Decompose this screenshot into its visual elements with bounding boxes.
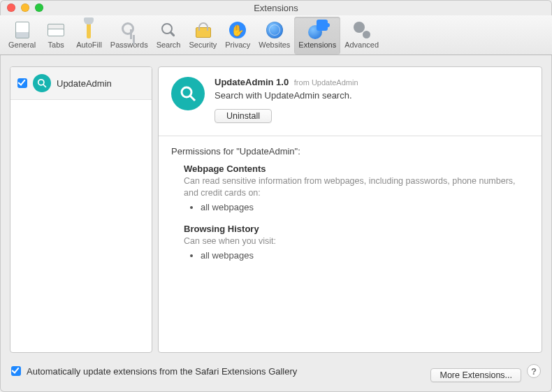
permission-item: all webpages [201, 250, 526, 261]
hand-icon: ✋ [229, 22, 246, 38]
svg-line-1 [43, 85, 46, 87]
globe-icon [266, 22, 283, 38]
toolbar-passwords[interactable]: Passwords [106, 17, 152, 55]
preferences-toolbar: General Tabs AutoFill Passwords Search S… [0, 15, 552, 55]
toolbar-search[interactable]: Search [152, 17, 185, 55]
toolbar-advanced[interactable]: Advanced [340, 17, 383, 55]
titlebar: Extensions [0, 0, 552, 15]
preferences-window: Extensions General Tabs AutoFill Passwor… [0, 0, 552, 392]
magnifier-icon [161, 23, 175, 37]
permission-item: all webpages [201, 202, 526, 212]
enable-checkbox[interactable] [17, 78, 27, 88]
separator [159, 136, 542, 136]
toolbar-general[interactable]: General [4, 17, 40, 55]
toolbar-label: AutoFill [76, 41, 102, 49]
permission-heading: Browsing History [184, 224, 526, 234]
permission-subtext: Can see when you visit: [184, 235, 526, 247]
toolbar-extensions[interactable]: Extensions [294, 17, 340, 55]
gears-icon [354, 22, 370, 38]
footer: Automatically update extensions from the… [10, 360, 542, 382]
permission-block: Webpage Contents Can read sensitive info… [184, 164, 526, 214]
svg-line-3 [190, 96, 195, 101]
toolbar-label: Extensions [298, 41, 336, 49]
auto-update-row: Automatically update extensions from the… [11, 366, 425, 377]
uninstall-button[interactable]: Uninstall [215, 109, 272, 123]
pencil-icon [87, 22, 91, 38]
toolbar-websites[interactable]: Websites [254, 17, 294, 55]
detail-title-line: UpdateAdmin 1.0 from UpdateAdmin [215, 77, 358, 87]
lock-icon [196, 22, 210, 38]
extension-detail: UpdateAdmin 1.0 from UpdateAdmin Search … [158, 66, 542, 353]
toolbar-label: Tabs [48, 41, 64, 49]
auto-update-checkbox[interactable] [11, 366, 21, 376]
detail-header: UpdateAdmin 1.0 from UpdateAdmin Search … [171, 77, 526, 123]
detail-title: UpdateAdmin 1.0 [215, 77, 289, 87]
permissions-heading: Permissions for "UpdateAdmin": [171, 146, 526, 157]
detail-description: Search with UpdateAdmin search. [215, 90, 358, 101]
permission-list: all webpages [201, 250, 526, 261]
toolbar-label: Search [157, 41, 181, 49]
toolbar-autofill[interactable]: AutoFill [72, 17, 106, 55]
toolbar-label: Security [189, 41, 217, 49]
toolbar-label: Passwords [110, 41, 148, 49]
permission-list: all webpages [201, 202, 526, 212]
more-extensions-button[interactable]: More Extensions... [430, 368, 521, 382]
toolbar-label: Privacy [225, 41, 250, 49]
tabs-icon [48, 24, 64, 36]
extension-row[interactable]: UpdateAdmin [10, 67, 152, 100]
key-icon [122, 22, 137, 38]
extension-list: UpdateAdmin [10, 66, 152, 353]
toolbar-label: Websites [259, 41, 290, 49]
toolbar-label: General [8, 41, 36, 49]
extensions-icon [308, 21, 326, 39]
detail-from: from UpdateAdmin [294, 78, 358, 87]
extension-large-icon [171, 77, 205, 110]
toolbar-label: Advanced [344, 41, 379, 49]
content-area: UpdateAdmin UpdateAdmin 1.0 from UpdateA [0, 55, 552, 392]
toolbar-security[interactable]: Security [184, 17, 221, 55]
window-title: Extensions [0, 3, 552, 13]
permission-subtext: Can read sensitive information from webp… [184, 175, 526, 199]
extension-name: UpdateAdmin [57, 78, 112, 89]
svg-point-0 [38, 80, 44, 85]
permission-block: Browsing History Can see when you visit:… [184, 224, 526, 262]
split-pane: UpdateAdmin UpdateAdmin 1.0 from UpdateA [10, 66, 542, 353]
toolbar-privacy[interactable]: ✋Privacy [221, 17, 254, 55]
permission-heading: Webpage Contents [184, 164, 526, 174]
extension-icon [33, 74, 51, 92]
general-icon [15, 22, 29, 38]
detail-heading-group: UpdateAdmin 1.0 from UpdateAdmin Search … [215, 77, 358, 123]
toolbar-tabs[interactable]: Tabs [40, 17, 72, 55]
help-button[interactable]: ? [527, 364, 541, 378]
auto-update-label: Automatically update extensions from the… [27, 366, 297, 377]
svg-point-2 [182, 87, 191, 97]
